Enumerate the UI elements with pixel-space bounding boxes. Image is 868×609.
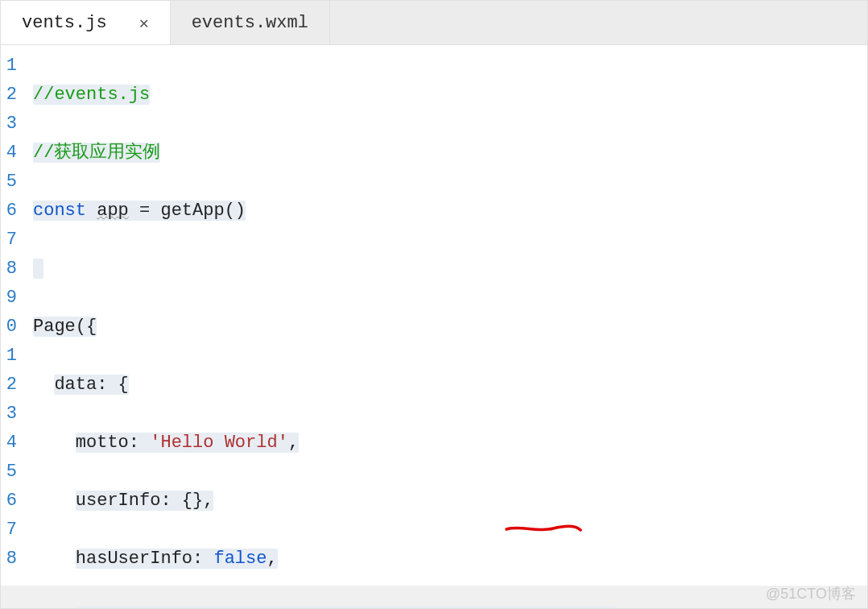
line-number: 3 <box>1 400 19 429</box>
code-text: = <box>129 201 161 221</box>
code-area[interactable]: //events.js //获取应用实例 const app = getApp(… <box>19 45 867 586</box>
watermark: @51CTO博客 <box>766 584 856 603</box>
line-number: 8 <box>1 255 19 284</box>
line-number: 2 <box>1 81 19 110</box>
code-line <box>33 255 867 284</box>
line-number: 7 <box>1 516 19 545</box>
prop-data: data <box>54 375 97 395</box>
line-number: 6 <box>1 487 19 516</box>
app-window: vents.js ✕ events.wxml 1 2 3 4 5 6 7 8 9… <box>0 0 868 609</box>
code-line: //获取应用实例 <box>33 139 867 168</box>
code-line: Page({ <box>33 313 867 342</box>
string-hello-world: 'Hello World' <box>150 433 288 453</box>
line-number: 5 <box>1 458 19 487</box>
line-number: 4 <box>1 429 19 458</box>
code-line: data: { <box>33 371 867 400</box>
annotation-underline-icon <box>420 487 497 496</box>
line-number: 6 <box>1 197 19 226</box>
prop-motto: motto <box>76 433 129 453</box>
line-number: 8 <box>1 545 19 574</box>
code-line: canIUse: wx.canIUse('button.open-type.ge… <box>33 603 867 609</box>
line-number: 7 <box>1 226 19 255</box>
line-number: 2 <box>1 371 19 400</box>
comment: //events.js <box>33 85 150 105</box>
line-number: 0 <box>1 313 19 342</box>
code-editor[interactable]: 1 2 3 4 5 6 7 8 9 0 1 2 3 4 5 6 7 8 //ev… <box>1 45 867 586</box>
line-number: 4 <box>1 139 19 168</box>
tab-label: events.wxml <box>192 13 308 33</box>
code-text: Page({ <box>33 317 97 337</box>
line-number: 1 <box>1 342 19 371</box>
tab-bar: vents.js ✕ events.wxml <box>1 1 867 45</box>
tab-events-wxml[interactable]: events.wxml <box>171 1 330 44</box>
keyword-false: false <box>213 549 267 569</box>
prop-userinfo: userInfo <box>76 491 161 511</box>
tab-events-js[interactable]: vents.js ✕ <box>1 1 171 44</box>
code-text: getApp() <box>160 201 246 221</box>
line-number: 9 <box>1 284 19 313</box>
comment: //获取应用实例 <box>33 143 160 163</box>
tab-label: vents.js <box>22 13 107 33</box>
keyword-const: const <box>33 201 86 221</box>
line-number: 1 <box>1 52 19 81</box>
code-line: //events.js <box>33 81 867 110</box>
prop-hasuserinfo: hasUserInfo <box>76 549 192 569</box>
variable-app: app <box>97 201 129 221</box>
code-line: motto: 'Hello World', <box>33 429 867 458</box>
line-number: 5 <box>1 168 19 197</box>
line-number-gutter: 1 2 3 4 5 6 7 8 9 0 1 2 3 4 5 6 7 8 <box>1 45 19 586</box>
code-line: const app = getApp() <box>33 197 867 226</box>
line-number: 3 <box>1 110 19 139</box>
close-icon[interactable]: ✕ <box>139 13 149 33</box>
